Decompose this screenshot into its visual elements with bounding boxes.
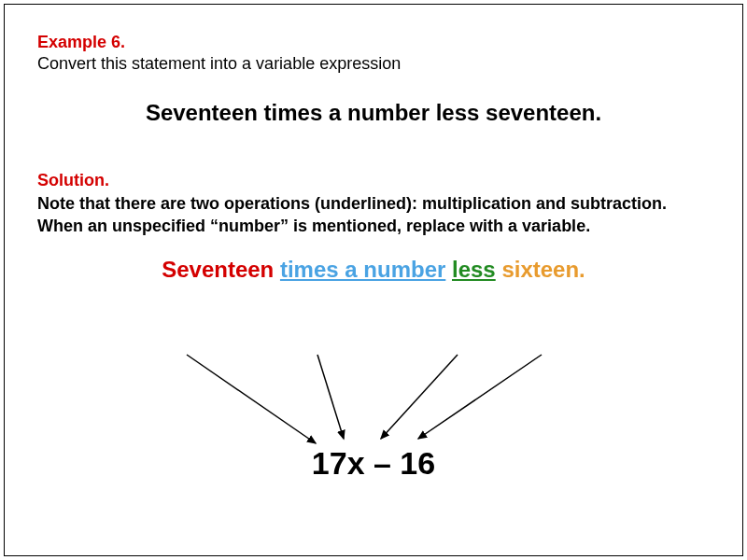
word-period: . [579,257,585,282]
word-less: less [452,257,496,282]
solution-explanation: Note that there are two operations (unde… [37,192,710,238]
example-label: Example 6. [37,33,710,52]
word-times-a-number: times a number [280,257,445,282]
problem-statement: Seventeen times a number less seventeen. [37,100,710,126]
word-seventeen: Seventeen [162,257,274,282]
solution-label: Solution. [37,171,710,190]
result-expression: 17x – 16 [5,445,742,482]
prompt-text: Convert this statement into a variable e… [37,54,710,74]
colored-statement: Seventeen times a number less sixteen. [37,257,710,283]
word-sixteen: sixteen [501,257,579,282]
example-frame: Example 6. Convert this statement into a… [4,4,743,556]
